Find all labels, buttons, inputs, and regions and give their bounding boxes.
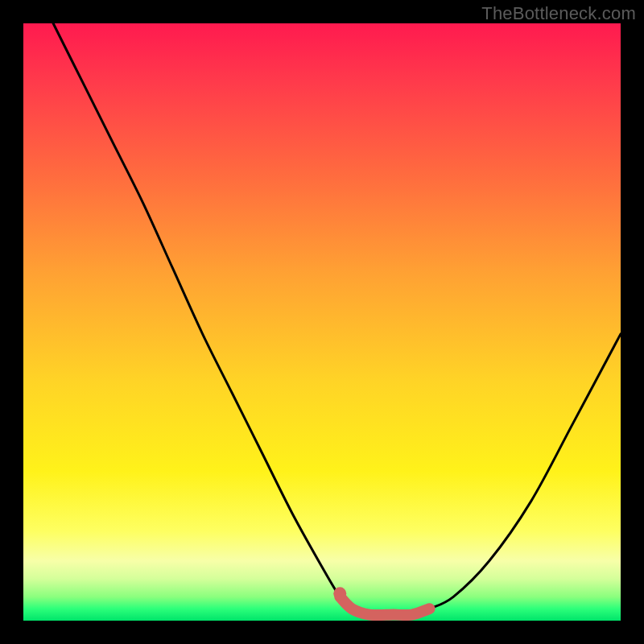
optimal-range-start-dot [333, 587, 346, 600]
chart-frame: TheBottleneck.com [0, 0, 644, 644]
optimal-range-highlight [340, 597, 429, 615]
curve-svg [23, 23, 621, 621]
watermark-text: TheBottleneck.com [481, 3, 636, 24]
plot-area [23, 23, 621, 621]
bottleneck-curve [53, 23, 621, 615]
